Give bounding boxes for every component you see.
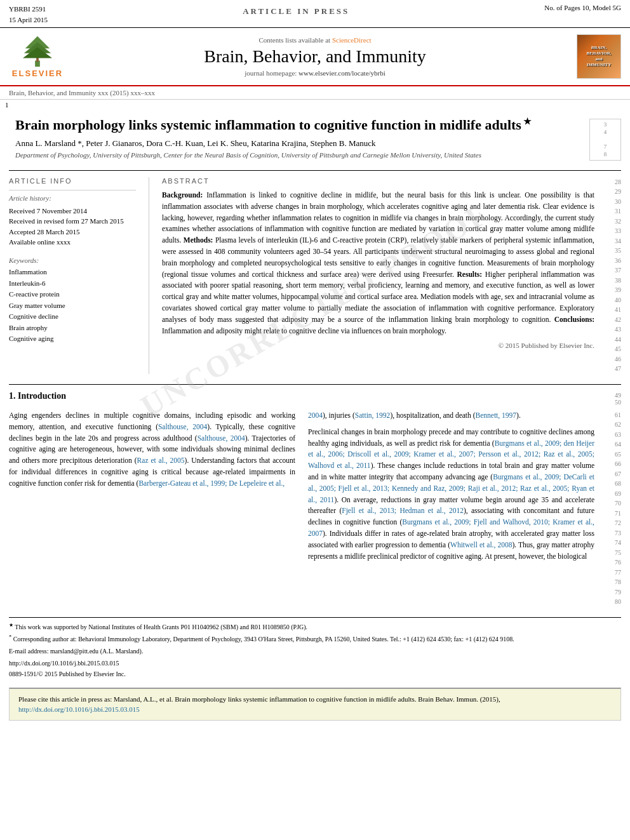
keyword-item: Cognitive aging [9,333,136,345]
keyword-item: Brain atrophy [9,323,136,334]
line-numbers-right: 3478 [604,121,607,157]
intro-right-col: 2004), injuries (Sattin, 1992), hospital… [308,410,594,607]
keywords-list: InflammationInterleukin-6C-reactive prot… [9,267,136,345]
article-info-column: ARTICLE INFO Article history: Received 7… [9,177,136,374]
authors: Anna L. Marsland *, Peter J. Gianaros, D… [15,138,532,149]
barberger-link[interactable]: Barberger-Gateau et al., 1999; De Lepele… [138,479,285,487]
footnotes: ★ This work was supported by National In… [9,617,621,679]
footnote-corresponding: * Corresponding author at: Behavioral Im… [9,634,621,644]
abstract-column: ABSTRACT Background: Inflammation is lin… [162,177,594,374]
abstract-heading: ABSTRACT [162,177,594,185]
keywords-section: Keywords: InflammationInterleukin-6C-rea… [9,257,136,345]
article-title-section: Brain morphology links systemic inflamma… [9,116,621,165]
sciencedirect-link[interactable]: Contents lists available at ScienceDirec… [66,36,564,44]
keyword-item: Inflammation [9,267,136,278]
journal-homepage: journal homepage: www.elsevier.com/locat… [66,69,564,77]
copyright: © 2015 Published by Elsevier Inc. [162,342,594,349]
keywords-label: Keywords: [9,257,136,264]
section-page-num: 4950 [615,392,621,406]
brain-cover-image: BRAIN,BEHAVIOR,andIMMUNITY [577,34,621,79]
article-history-label: Article history: [9,194,136,202]
keyword-item: Cognitive decline [9,311,136,323]
article-reference-line: Brain, Behavior, and Immunity xxx (2015)… [0,86,630,100]
article-title: Brain morphology links systemic inflamma… [15,116,532,135]
journal-cover: BRAIN,BEHAVIOR,andIMMUNITY [564,34,621,79]
accepted-date: Accepted 28 March 2015 [9,227,136,237]
received-date-1: Received 7 November 2014 [9,206,136,217]
affiliation: Department of Psychology, University of … [15,151,532,159]
email-link[interactable]: marsland@pitt.edu [50,648,98,655]
salthouse-2004-link[interactable]: Salthouse, 2004 [158,423,207,430]
keyword-item: Gray matter volume [9,300,136,312]
salthouse-2004-link-2[interactable]: Salthouse, 2004 [198,434,245,442]
footnote-funding: ★ This work was supported by National In… [9,622,621,632]
citation-bar: Please cite this article in press as: Ma… [9,688,621,721]
keyword-item: Interleukin-6 [9,278,136,290]
raz-2005-link[interactable]: Raz et al., 2005 [137,457,185,464]
footnote-email: E-mail address: marsland@pitt.edu (A.L. … [9,646,621,656]
sciencedirect-anchor[interactable]: ScienceDirect [332,36,372,44]
bennett-link[interactable]: Bennett, 1997 [476,411,517,419]
fjell-link[interactable]: Fjell et al., 2013; Hedman et al., 2012 [342,507,464,514]
whitwell-link[interactable]: Whitwell et al., 2008 [450,541,512,549]
homepage-link[interactable]: www.elsevier.com/locate/ybrbi [298,69,385,77]
received-revised-date: Received in revised form 27 March 2015 [9,216,136,227]
pages-info: No. of Pages 10, Model 5G [544,4,621,11]
burgmans-walhovd-link[interactable]: Burgmans et al., 2009; Fjell and Walhovd… [308,518,594,537]
abstract-text: Background: Inflammation is linked to co… [162,190,594,337]
right-line-numbers: 2829303132333435363738394041424344454647 [607,177,621,374]
article-info-heading: ARTICLE INFO [9,177,136,185]
article-id: YBRBI 2591 15 April 2015 [9,4,48,25]
elsevier-logo: ELSEVIER [9,35,66,78]
available-online: Available online xxxx [9,237,136,248]
section-title: 1. Introduction [9,391,66,401]
introduction-section: 1. Introduction 4950 Aging engenders dec… [9,384,621,607]
burgmans-2009-link[interactable]: Burgmans et al., 2009; DeCarli et al., 2… [308,473,594,503]
intro-right-para2: Preclinical changes in brain morphology … [308,427,594,563]
column-divider [149,177,149,374]
journal-title: Brain, Behavior, and Immunity [66,46,564,67]
burgmans-link[interactable]: Burgmans et al., 2009; den Heijer et al.… [308,439,594,470]
elsevier-text: ELSEVIER [12,69,63,78]
journal-info: Contents lists available at ScienceDirec… [66,36,564,77]
page-number-left: 1 [5,101,9,109]
intro-left-col: Aging engenders declines in multiple cog… [9,410,295,607]
intro-right-text: 2004), injuries (Sattin, 1992), hospital… [308,410,594,422]
sattin-link[interactable]: Sattin, 1992 [355,411,391,419]
intro-left-text: Aging engenders declines in multiple cog… [9,410,295,490]
doi-link[interactable]: http://dx.doi.org/10.1016/j.bbi.2015.03.… [9,660,119,667]
keyword-item: C-reactive protein [9,289,136,300]
ref-2004[interactable]: 2004 [308,411,323,419]
intro-right-line-numbers: 6162636465666768697071727374757677787980 [607,410,621,607]
issn-line: 0889-1591/© 2015 Published by Elsevier I… [9,669,621,679]
elsevier-tree-icon [18,35,57,67]
citation-doi-link[interactable]: http://dx.doi.org/10.1016/j.bbi.2015.03.… [18,705,140,713]
article-in-press-banner: ARTICLE IN PRESS [243,6,349,17]
